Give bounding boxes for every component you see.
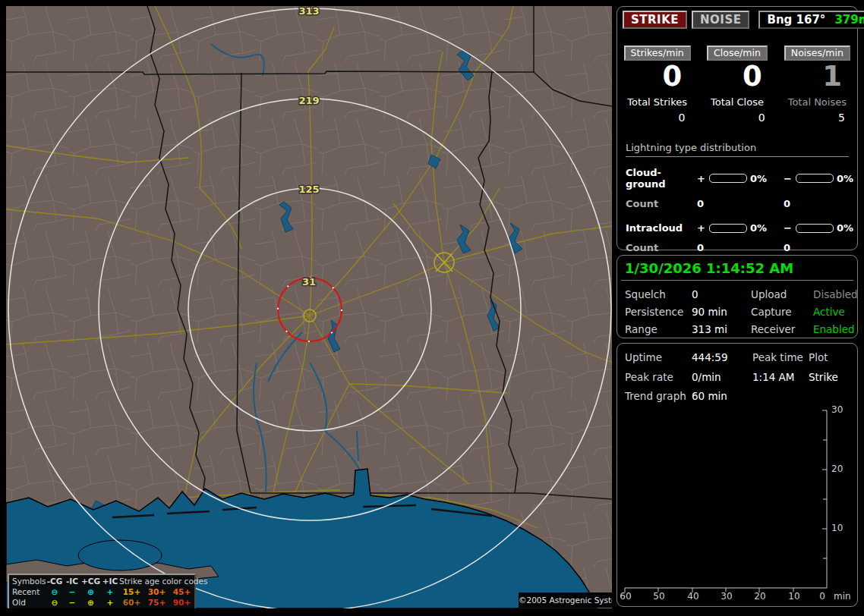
x-tick-40: 40 (683, 591, 704, 602)
plus-sign: + (697, 222, 709, 234)
range-ring-label: 219 (298, 95, 319, 106)
bearing-readout: Bng 167° 379mi (758, 11, 864, 29)
strikes-per-min-button[interactable]: Strikes/min (624, 46, 691, 61)
map-canvas: 313 219 125 31 (6, 6, 612, 608)
total-close-value: 0 (758, 112, 771, 124)
x-tick-20: 20 (749, 591, 771, 602)
lightning-type-distribution: Lightning type distribution Cloud-ground… (617, 124, 857, 253)
lake-pontchartrain (78, 540, 162, 570)
receiver-status: Enabled (813, 323, 858, 335)
squelch-value: 0 (692, 288, 751, 300)
noises-per-min-button[interactable]: Noises/min (784, 46, 850, 61)
ic-count-label: Count (626, 242, 697, 253)
noise-button[interactable]: NOISE (692, 11, 749, 29)
bearing-distance: 379mi (834, 13, 864, 27)
upload-status: Disabled (813, 288, 858, 300)
status-panel: 1/30/2026 1:14:52 AM Squelch 0 Upload Di… (616, 255, 858, 338)
neg-cg-old-icon: ⊖ (46, 598, 64, 608)
close-per-min-button[interactable]: Close/min (707, 46, 768, 61)
capture-status: Active (813, 306, 858, 318)
range-ring-label: 31 (302, 276, 316, 288)
total-strikes-value: 0 (678, 112, 691, 124)
range-value: 313 mi (692, 323, 751, 335)
pos-ic-old-icon: + (101, 598, 119, 608)
legend-header-neg-cg: -CG (46, 577, 64, 586)
close-per-min-column: Close/min 0 Total Close 0 (703, 46, 771, 124)
age-code-30: 30+ (144, 587, 169, 597)
upload-label: Upload (751, 288, 813, 300)
age-code-45: 45+ (169, 587, 194, 597)
x-tick-50: 50 (648, 591, 670, 602)
cloud-ground-label: Cloud-ground (626, 167, 697, 190)
legend-header-pos-ic: +IC (101, 577, 119, 586)
pos-cg-old-icon: ⊕ (80, 598, 101, 608)
y-tick-20: 20 (831, 464, 843, 474)
x-tick-30: 30 (716, 591, 737, 602)
neg-ic-old-icon: − (64, 598, 80, 608)
intracloud-label: Intracloud (626, 222, 697, 234)
minus-sign: − (784, 173, 796, 184)
range-ring-label: 313 (298, 6, 319, 17)
y-tick-10: 10 (831, 523, 843, 533)
total-strikes-label: Total Strikes (627, 96, 687, 108)
total-noises-label: Total Noises (788, 96, 847, 108)
minus-sign: − (784, 222, 796, 234)
total-close-label: Total Close (711, 96, 764, 108)
distribution-title: Lightning type distribution (626, 142, 849, 157)
capture-label: Capture (751, 306, 813, 318)
x-tick-0: 0 (812, 591, 833, 602)
cg-negative-percent: 0% (837, 173, 853, 184)
close-per-min-value: 0 (743, 62, 771, 90)
legend-header-symbols: Symbols (12, 577, 46, 586)
neg-cg-recent-icon: ⊖ (46, 587, 64, 597)
noises-per-min-column: Noises/min 1 Total Noises 5 (784, 46, 851, 124)
total-noises-value: 5 (838, 112, 851, 124)
x-tick-60: 60 (615, 591, 636, 602)
cg-count-label: Count (626, 198, 697, 209)
strike-button[interactable]: STRIKE (623, 11, 687, 29)
cg-positive-percent: 0% (750, 173, 784, 184)
trend-axes (617, 344, 857, 606)
strike-counter-panel: STRIKE NOISE Bng 167° 379mi Strikes/min … (616, 6, 858, 250)
age-code-90: 90+ (169, 598, 194, 608)
range-label: Range (625, 323, 692, 335)
legend-header-neg-ic: -IC (64, 577, 80, 586)
neg-ic-recent-icon: − (64, 587, 80, 597)
ic-positive-count: 0 (697, 242, 750, 253)
y-tick-30: 30 (831, 404, 843, 415)
datetime-display: 1/30/2026 1:14:52 AM (617, 256, 857, 280)
plus-sign: + (697, 173, 709, 184)
legend-recent-label: Recent (12, 587, 46, 597)
trend-graph: 30 20 10 60 50 40 30 20 10 0 min (617, 344, 857, 606)
noises-per-min-value: 1 (822, 62, 851, 90)
strikes-per-min-value: 0 (663, 62, 692, 90)
lightning-map[interactable]: 313 219 125 31 Symbols -CG -IC +CG +IC S… (6, 6, 612, 608)
cg-positive-count: 0 (697, 198, 750, 209)
ic-positive-percent: 0% (750, 222, 784, 234)
pos-cg-recent-icon: ⊕ (80, 587, 101, 597)
ic-negative-count: 0 (784, 242, 837, 253)
x-axis-unit: min (834, 591, 851, 602)
age-code-15: 15+ (119, 587, 144, 597)
ic-negative-percent: 0% (837, 222, 853, 234)
cg-positive-bar (709, 174, 747, 183)
legend-age-header: Strike age color codes (119, 577, 194, 586)
cg-negative-count: 0 (784, 198, 837, 209)
pos-ic-recent-icon: + (101, 587, 119, 597)
strikes-per-min-column: Strikes/min 0 Total Strikes 0 (623, 46, 691, 124)
bearing-value: Bng 167° (767, 13, 825, 27)
copyright-bar: ©2005 Astrogenic Systems (519, 592, 612, 608)
persistence-label: Persistence (625, 306, 692, 318)
ic-negative-bar (796, 224, 834, 233)
persistence-value: 90 min (692, 306, 751, 318)
range-ring-label: 125 (298, 184, 319, 195)
x-tick-10: 10 (784, 591, 805, 602)
legend-old-label: Old (12, 598, 46, 608)
symbol-legend: Symbols -CG -IC +CG +IC Strike age color… (8, 574, 196, 608)
squelch-label: Squelch (625, 288, 692, 300)
age-code-60: 60+ (119, 598, 144, 608)
age-code-75: 75+ (144, 598, 169, 608)
receiver-label: Receiver (751, 323, 813, 335)
ic-positive-bar (709, 224, 747, 233)
cg-negative-bar (796, 174, 834, 183)
